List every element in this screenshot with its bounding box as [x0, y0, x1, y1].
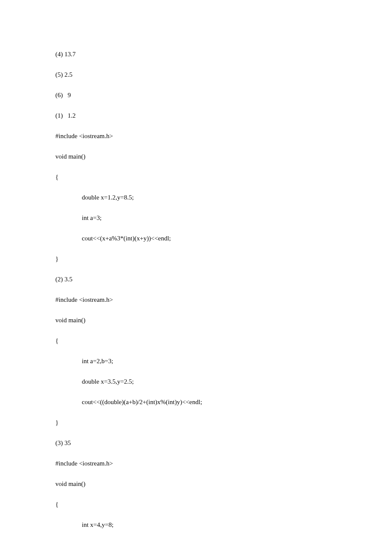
code-line: }	[55, 254, 337, 264]
code-line: {	[55, 499, 337, 509]
code-line: (5) 2.5	[55, 69, 337, 80]
code-line: }	[55, 417, 337, 428]
code-line: double x=1.2,y=8.5;	[55, 192, 337, 202]
code-line: cout<<(x+a%3*(int)(x+y))<<endl;	[55, 233, 337, 243]
code-line: (2) 3.5	[55, 274, 337, 284]
code-line: (1) 1.2	[55, 110, 337, 121]
code-line: {	[55, 172, 337, 182]
code-line: (4) 13.7	[55, 49, 337, 59]
code-line: int a=2,b=3;	[55, 356, 337, 366]
code-line: {	[55, 335, 337, 346]
code-line: #include <iostream.h>	[55, 295, 337, 305]
code-line: int x=4,y=8;	[55, 520, 337, 530]
code-line: void main()	[55, 151, 337, 162]
document-page: (4) 13.7(5) 2.5(6) 9(1) 1.2#include <ios…	[0, 0, 392, 555]
code-line: void main()	[55, 479, 337, 489]
code-line: (6) 9	[55, 90, 337, 100]
code-line: int a=3;	[55, 213, 337, 223]
code-line: cout<<((double)(a+b)/2+(int)x%(int)y)<<e…	[55, 397, 337, 407]
code-line: (3) 35	[55, 438, 337, 448]
code-line: #include <iostream.h>	[55, 458, 337, 468]
code-line: #include <iostream.h>	[55, 131, 337, 141]
code-line: void main()	[55, 315, 337, 325]
code-line: double x=3.5,y=2.5;	[55, 376, 337, 387]
